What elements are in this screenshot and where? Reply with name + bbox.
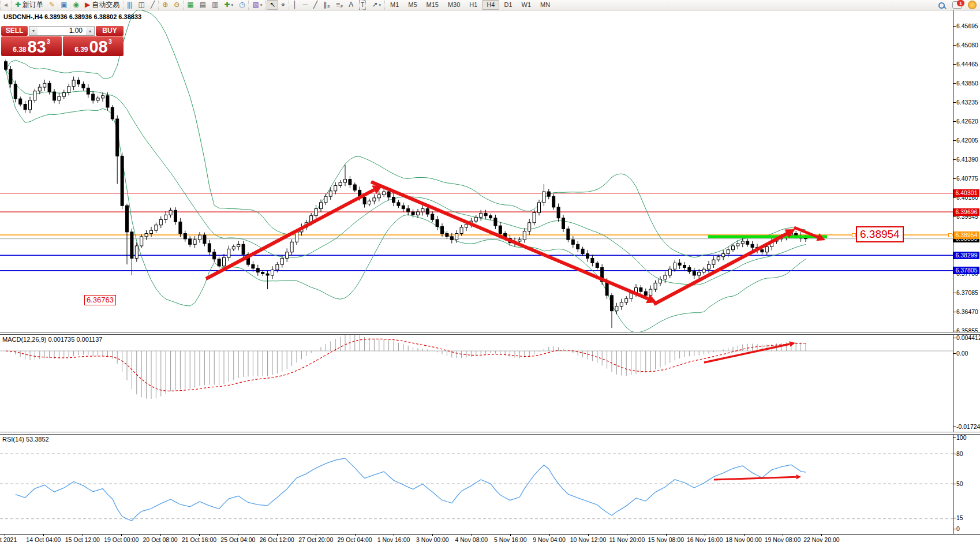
timeframe-mn[interactable]: MN [536,0,555,10]
volume-value[interactable]: 1.00 [38,27,86,35]
timeframe-m1[interactable]: M1 [386,0,403,10]
toolbar-group: ✚新订单✎▣◉▶自动交易 [11,1,123,10]
vertical-line-icon: │ [293,1,297,9]
candles-chart-icon: ◫ [139,1,145,9]
main-pane [0,10,953,333]
time-axis-label: 5 Nov 16:00 [494,536,527,542]
autotrading-button-label: 自动交易 [92,1,119,9]
time-axis-label: 18 Nov 00:00 [725,536,761,542]
cursor-icon[interactable]: ↖ [267,0,278,10]
arrow-shapes-icon[interactable]: ↗▾ [369,0,384,10]
price-axis-label: 6.44465 [956,61,979,68]
toolbar: ◂✚新订单✎▣◉▶自动交易|||◫╱⊕⊖▦▤▥✚▾◷▧▾↖⌖│─╱∥E≡FAT↗… [0,0,980,10]
autoscroll-clock-icon[interactable]: ◷ [236,0,248,10]
buy-price[interactable]: 6.39 08 3 [63,36,124,56]
rsi-axis-label: 50 [956,480,979,487]
new-order-button-label: 新订单 [23,1,43,9]
rsi-axis-label: 100 [956,434,979,441]
price-axis-label: 6.36470 [956,308,979,315]
timeframe-m30[interactable]: M30 [443,0,465,10]
equidistant-channel-icon[interactable]: ∥E [320,0,333,10]
timeframe-d1[interactable]: D1 [499,0,517,10]
trend-arrow[interactable] [371,182,648,298]
time-axis-label: 9 Nov 04:00 [533,536,566,542]
macd-pane-splitter[interactable] [0,332,980,335]
sell-price-small: 6.38 [13,46,26,54]
chart-canvas[interactable]: USDCNH-,H4 6.38936 6.38936 6.38802 6.388… [0,10,980,542]
macd-indicator-label: MACD(12,26,9) 0.001735 0.001137 [2,336,102,343]
timeframe-h4[interactable]: H4 [482,0,499,10]
arrange-horizontal-icon[interactable]: ▤ [197,0,209,10]
trend-arrow[interactable] [714,477,796,480]
arrange-vertical-icon[interactable]: ▥ [209,0,221,10]
autotrading-button[interactable]: ▶自动交易 [82,0,122,10]
sell-button[interactable]: SELL [1,26,28,36]
price-label-level[interactable]: 6.38954 [856,226,904,242]
arrow-shapes-icon: ↗ [372,1,377,9]
toolbar-group: ▧▾ [248,1,265,10]
time-axis-label: 1 Nov 16:00 [377,536,410,542]
timeframe-w1[interactable]: W1 [517,0,536,10]
signals-icon[interactable]: ◉ [70,0,82,10]
trend-arrow-head [789,341,795,347]
rsi-pane-splitter[interactable] [0,432,980,435]
chart-graphics [0,10,980,542]
candles-chart-icon[interactable]: ◫ [136,0,148,10]
bars-chart-icon[interactable]: ||| [124,0,135,10]
arrange-vertical-icon: ▥ [212,1,218,9]
crosshair-icon: ⌖ [281,1,285,9]
time-axis-label: 19 Nov 08:00 [765,536,801,542]
line-chart-icon: ╱ [151,1,155,9]
equidistant-channel-icon: ∥ [323,1,327,9]
notifications-chat-icon[interactable]: 1 [952,1,962,9]
toolbar-group: │─╱∥E≡FAT↗▾ [289,1,384,10]
sell-price[interactable]: 6.38 83 3 [1,36,62,56]
community-icon[interactable] [968,1,977,9]
text-icon[interactable]: A [346,0,356,10]
line-anchor-handle[interactable] [948,233,952,237]
zoom-in-icon[interactable]: ⊕ [159,0,171,10]
one-click-trading-panel: SELL ▼ 1.00 ▲ BUY 6.38 83 3 6.39 08 3 [1,26,124,56]
rsi-indicator-label: RSI(14) 53.3852 [2,436,49,443]
price-label-low[interactable]: 6.36763 [84,295,116,305]
timeframe-m5[interactable]: M5 [403,0,421,10]
chart-window-icon[interactable]: ◂ [1,0,10,10]
time-axis-label: 29 Oct 04:00 [338,536,372,542]
fibonacci-icon[interactable]: ≡F [333,0,346,10]
price-axis-label: 6.41390 [956,156,979,163]
trend-arrow[interactable] [206,190,374,279]
zoom-out-icon[interactable]: ⊖ [171,0,182,10]
search-icon[interactable] [938,2,944,8]
line-chart-icon[interactable]: ╱ [148,0,158,10]
new-order-button: ✚ [15,1,21,9]
templates-icon[interactable]: ▧▾ [249,0,265,10]
bars-chart-icon: ||| [127,1,132,9]
zoom-in-icon: ⊕ [162,1,168,9]
styler-icon[interactable]: ✎ [46,0,58,10]
vertical-line-icon[interactable]: │ [290,0,300,10]
time-axis-label: 25 Oct 04:00 [220,536,255,542]
new-chart-icon[interactable]: ✚▾ [221,0,236,10]
line-anchor-handle[interactable] [852,233,856,237]
volume-stepper[interactable]: ▼ 1.00 ▲ [29,26,95,36]
time-axis-label: 20 Oct 08:00 [143,536,178,542]
timeframe-m15[interactable]: M15 [422,0,443,10]
new-order-button[interactable]: ✚新订单 [12,0,46,10]
price-axis-label: 6.43850 [956,80,979,87]
trendline-icon[interactable]: ╱ [311,0,320,10]
timeframe-h1[interactable]: H1 [465,0,482,10]
cursor-icon: ↖ [270,1,275,9]
volume-decrease-button[interactable]: ▼ [29,27,38,35]
timeframe-group: M1M5M15M30H1H4D1W1MN [384,1,555,10]
trend-arrow[interactable] [704,344,790,362]
market-watch-icon[interactable]: ▣ [58,0,70,10]
tile-windows-icon[interactable]: ▦ [184,0,196,10]
buy-button[interactable]: BUY [96,26,124,36]
crosshair-icon[interactable]: ⌖ [278,0,288,10]
horizontal-line-icon[interactable]: ─ [300,0,311,10]
toolbar-group: |||◫╱ [123,1,158,10]
time-axis-label: 15 Nov 08:00 [648,536,684,542]
macd-signal-line [6,339,806,391]
text-label-icon[interactable]: T [356,0,369,10]
volume-increase-button[interactable]: ▲ [86,27,94,35]
